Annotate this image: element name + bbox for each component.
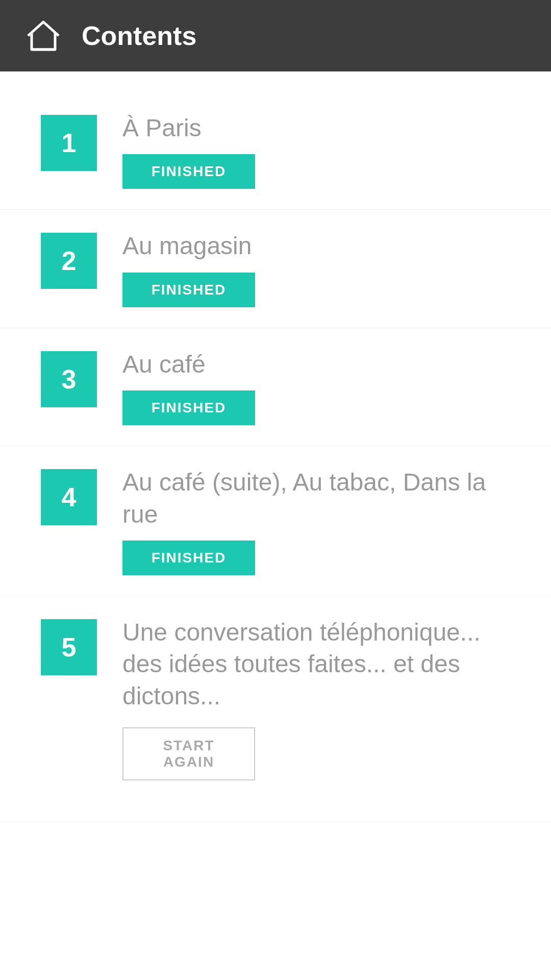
lesson-number: 2 [41, 233, 97, 289]
finished-button[interactable]: FINISHED [122, 390, 255, 425]
lesson-title: Une conversation téléphonique... des idé… [122, 617, 510, 712]
lesson-item[interactable]: 3 Au café FINISHED [0, 328, 551, 446]
lesson-item[interactable]: 5 Une conversation téléphonique... des i… [0, 596, 551, 822]
lesson-info: Au café (suite), Au tabac, Dans la rue F… [122, 467, 510, 575]
lesson-number: 4 [41, 469, 97, 525]
start-again-button[interactable]: START AGAIN [122, 727, 255, 780]
content-list: 1 À Paris FINISHED 2 Au magasin FINISHED… [0, 71, 551, 842]
lesson-title: Au café (suite), Au tabac, Dans la rue [122, 467, 510, 530]
finished-button[interactable]: FINISHED [122, 541, 255, 575]
lesson-title: Au café [122, 349, 255, 380]
lesson-number: 3 [41, 351, 97, 407]
lesson-info: Au magasin FINISHED [122, 230, 255, 307]
lesson-item[interactable]: 2 Au magasin FINISHED [0, 210, 551, 328]
page-title: Contents [82, 20, 196, 51]
lesson-title: Au magasin [122, 230, 255, 262]
lesson-title: À Paris [122, 112, 255, 144]
lesson-info: Une conversation téléphonique... des idé… [122, 617, 510, 780]
lesson-info: Au café FINISHED [122, 349, 255, 425]
lesson-item[interactable]: 1 À Paris FINISHED [0, 92, 551, 210]
lesson-info: À Paris FINISHED [122, 112, 255, 189]
finished-button[interactable]: FINISHED [122, 273, 255, 307]
lesson-number: 1 [41, 115, 97, 171]
lesson-number: 5 [41, 619, 97, 675]
app-header: Contents [0, 0, 551, 71]
lesson-item[interactable]: 4 Au café (suite), Au tabac, Dans la rue… [0, 446, 551, 596]
home-icon[interactable] [26, 18, 61, 54]
finished-button[interactable]: FINISHED [122, 154, 255, 189]
